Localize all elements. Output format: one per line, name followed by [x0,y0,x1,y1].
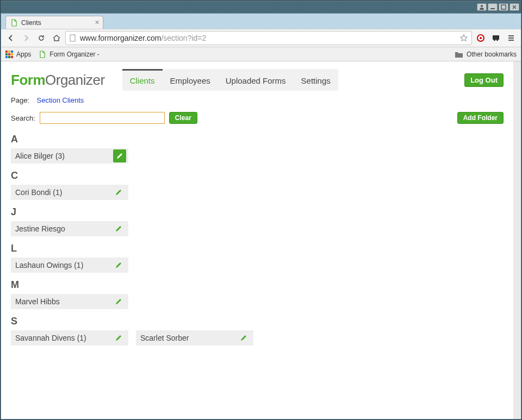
browser-tab[interactable]: Clients ✕ [5,16,103,29]
window-maximize-button[interactable] [499,3,508,11]
os-window: Clients ✕ www.formorganizer [0,0,522,420]
client-list: AAlice Bilger (3)CCori Bondi (1)JJestine… [11,134,504,346]
folder-row: Savannah Divens (1)Scarlet Sorber [11,330,504,346]
browser-toolbar: www.formorganizer.com/section?id=2 [1,29,521,47]
folder-icon [455,51,463,58]
main-nav: Clients Employees Uploaded Forms Setting… [122,69,338,91]
url-host: www.formorganizer.com [80,34,161,42]
edit-icon[interactable] [113,187,124,198]
window-user-button[interactable] [477,3,487,11]
search-row: Search: Clear Add Folder [11,112,504,124]
bookmark-item[interactable]: Form Organizer - [39,51,99,58]
edit-icon[interactable] [113,296,124,307]
breadcrumb-label: Page: [11,96,29,104]
svg-rect-8 [496,40,498,41]
tab-close-icon[interactable]: ✕ [95,19,100,26]
folder-label: Alice Bilger (3) [15,152,65,160]
other-bookmarks[interactable]: Other bookmarks [455,51,517,58]
breadcrumb-link[interactable]: Section Clients [37,96,84,104]
brand-first: Form [11,72,45,88]
tab-clients[interactable]: Clients [122,69,163,91]
client-folder[interactable]: Lashaun Owings (1) [11,258,128,273]
bookmark-label: Form Organizer - [49,51,99,58]
folder-label: Savannah Divens (1) [15,334,86,342]
folder-label: Jestine Riesgo [15,224,65,233]
bookmark-star-icon[interactable] [459,34,468,42]
page-viewport: FormOrganizer Clients Employees Uploaded… [1,61,521,419]
extension-icon-1[interactable] [474,32,487,45]
edit-icon[interactable] [113,149,126,162]
other-bookmarks-label: Other bookmarks [467,51,517,58]
page-content: FormOrganizer Clients Employees Uploaded… [1,61,513,353]
edit-icon[interactable] [238,333,249,343]
bookmarks-bar: Apps Form Organizer - Other bookmarks [1,47,521,61]
folder-row: Alice Bilger (3) [11,148,504,164]
file-icon [10,19,18,27]
page-icon [69,34,77,42]
client-folder[interactable]: Alice Bilger (3) [11,148,128,164]
edit-icon[interactable] [113,223,124,234]
folder-label: Cori Bondi (1) [15,188,62,197]
os-titlebar [1,1,521,13]
tab-strip: Clients ✕ [1,14,521,29]
section-letter: C [11,170,504,181]
brand-rest: Organizer [45,72,105,88]
apps-icon [5,51,13,58]
folder-row: Marvel Hibbs [11,294,504,309]
search-label: Search: [11,114,35,122]
folder-label: Lashaun Owings (1) [15,261,83,269]
svg-rect-7 [494,40,495,41]
url-path: /section?id=2 [161,34,206,42]
tab-settings[interactable]: Settings [294,69,338,91]
logout-button[interactable]: Log Out [464,73,504,87]
section-letter: M [11,279,504,291]
tab-employees[interactable]: Employees [163,69,218,91]
svg-rect-1 [490,8,495,9]
clear-button[interactable]: Clear [169,112,197,124]
svg-rect-3 [70,35,75,41]
apps-shortcut[interactable]: Apps [5,51,31,58]
folder-row: Cori Bondi (1) [11,185,504,200]
address-bar[interactable]: www.formorganizer.com/section?id=2 [65,31,472,45]
svg-rect-2 [501,5,506,9]
extension-icon-2[interactable] [489,32,502,45]
back-button[interactable] [4,32,17,45]
browser-chrome: Clients ✕ www.formorganizer [1,13,521,419]
client-folder[interactable]: Cori Bondi (1) [11,185,128,200]
tab-uploaded-forms[interactable]: Uploaded Forms [218,69,294,91]
client-folder[interactable]: Marvel Hibbs [11,294,128,309]
apps-label: Apps [16,51,31,58]
section-letter: J [11,206,504,218]
page-header: FormOrganizer Clients Employees Uploaded… [11,69,504,91]
edit-icon[interactable] [113,260,124,271]
menu-button[interactable] [505,32,518,45]
url-text: www.formorganizer.com/section?id=2 [80,34,456,42]
section-letter: S [11,316,504,327]
file-icon [39,51,46,58]
client-folder[interactable]: Scarlet Sorber [136,330,253,346]
forward-button[interactable] [20,32,33,45]
client-folder[interactable]: Jestine Riesgo [11,221,128,236]
edit-icon[interactable] [113,333,124,343]
home-button[interactable] [50,32,63,45]
svg-rect-6 [493,35,499,40]
folder-label: Marvel Hibbs [15,297,60,306]
folder-row: Lashaun Owings (1) [11,258,504,273]
reload-button[interactable] [35,32,48,45]
brand-logo[interactable]: FormOrganizer [11,72,105,89]
add-folder-button[interactable]: Add Folder [457,112,504,124]
window-minimize-button[interactable] [488,3,498,11]
window-close-button[interactable] [509,3,519,11]
folder-row: Jestine Riesgo [11,221,504,236]
breadcrumb: Page: Section Clients [11,96,504,104]
folder-label: Scarlet Sorber [140,334,189,342]
tab-title: Clients [21,19,41,27]
svg-point-0 [481,5,483,7]
search-input[interactable] [40,112,165,124]
section-letter: A [11,134,504,145]
section-letter: L [11,243,504,254]
client-folder[interactable]: Savannah Divens (1) [11,330,128,346]
svg-point-5 [480,37,482,39]
